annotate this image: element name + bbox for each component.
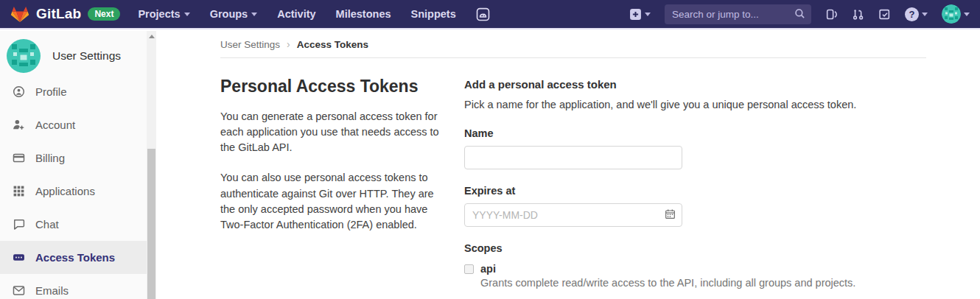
issues-icon [825, 8, 838, 21]
sidebar-item-chat[interactable]: Chat [0, 208, 156, 241]
chat-bubble-icon [13, 218, 25, 231]
plus-square-icon [629, 8, 642, 21]
dashboard-gauge-icon [476, 7, 490, 21]
sidebar-nav: Profile Account Billing [0, 75, 156, 299]
apps-grid-icon [13, 185, 25, 197]
sidebar-item-emails[interactable]: Emails [0, 274, 156, 299]
profile-icon [13, 85, 25, 98]
description-paragraph: You can also use personal access tokens … [220, 170, 447, 233]
expires-at-label: Expires at [464, 185, 926, 197]
token-name-input[interactable] [464, 146, 682, 169]
scope-api-description: Grants complete read/write access to the… [480, 277, 926, 289]
chevron-down-icon [922, 13, 928, 16]
scope-api-name: api [480, 263, 496, 275]
form-subheading: Pick a name for the application, and we'… [464, 99, 926, 110]
form-heading: Add a personal access token [464, 78, 926, 91]
issues-button[interactable] [825, 8, 838, 21]
scrollbar-thumb[interactable] [147, 149, 155, 299]
logo-text: GitLab [36, 6, 81, 22]
tanuki-logo-icon [10, 5, 29, 24]
search-input[interactable] [665, 4, 811, 24]
breadcrumb-access-tokens: Access Tokens [297, 39, 368, 50]
help-menu-button[interactable]: ? [905, 7, 928, 21]
breadcrumb-separator: › [287, 38, 290, 50]
settings-sidebar: User Settings Profile Acc [0, 31, 156, 299]
help-icon: ? [905, 7, 919, 21]
nav-item-milestones[interactable]: Milestones [336, 8, 391, 20]
nav-item-projects[interactable]: Projects [138, 8, 189, 20]
chevron-down-icon [184, 13, 190, 16]
calendar-icon[interactable] [665, 208, 676, 219]
global-search [665, 4, 811, 24]
todo-check-icon [878, 8, 891, 21]
nav-item-snippets[interactable]: Snippets [411, 8, 456, 20]
topbar-right-controls: ? [629, 4, 970, 24]
sidebar-header: User Settings [0, 31, 156, 75]
sidebar-item-account[interactable]: Account [0, 108, 156, 141]
sidebar-scrollbar[interactable] [147, 31, 156, 299]
user-avatar [942, 4, 961, 24]
breadcrumb-user-settings[interactable]: User Settings [220, 39, 280, 50]
sidebar-item-applications[interactable]: Applications [0, 175, 156, 208]
todos-button[interactable] [878, 8, 891, 21]
scope-api-row: api [464, 263, 926, 275]
merge-request-icon [852, 8, 864, 21]
scroll-up-arrow-icon[interactable] [149, 35, 155, 38]
page-title: Personal Access Tokens [220, 77, 447, 96]
credit-card-icon [13, 152, 25, 164]
sidebar-item-billing[interactable]: Billing [0, 141, 156, 175]
nav-item-activity[interactable]: Activity [277, 8, 315, 20]
search-icon [794, 8, 805, 19]
envelope-icon [13, 284, 25, 297]
sidebar-item-access-tokens[interactable]: Access Tokens [0, 241, 156, 274]
breadcrumb: User Settings › Access Tokens [220, 31, 926, 58]
description-paragraph: You can generate a personal access token… [220, 109, 447, 155]
user-menu-button[interactable] [942, 4, 970, 24]
scope-api-checkbox[interactable] [464, 264, 474, 274]
expires-at-input[interactable] [464, 203, 682, 227]
user-settings-avatar [7, 39, 41, 73]
chevron-down-icon [964, 13, 970, 16]
next-badge: Next [88, 7, 120, 21]
chevron-down-icon [251, 13, 257, 16]
token-form-column: Add a personal access token Pick a name … [464, 70, 926, 289]
sidebar-title: User Settings [52, 49, 121, 63]
name-label: Name [464, 127, 926, 139]
page-description-column: Personal Access Tokens You can generate … [220, 70, 447, 289]
gitlab-logo[interactable]: GitLab Next [10, 5, 120, 24]
sidebar-item-profile[interactable]: Profile [0, 75, 156, 108]
admin-area-button[interactable] [476, 7, 490, 21]
token-icon [13, 251, 25, 264]
nav-item-groups[interactable]: Groups [210, 8, 258, 20]
new-menu-button[interactable] [629, 8, 651, 21]
account-icon [13, 119, 25, 131]
main-content: User Settings › Access Tokens Personal A… [156, 31, 980, 299]
top-nav-menu: Projects Groups Activity Milestones Snip… [138, 7, 489, 21]
chevron-down-icon [645, 13, 651, 16]
top-navbar: GitLab Next Projects Groups Activity Mil… [0, 0, 980, 29]
scopes-label: Scopes [464, 242, 926, 254]
merge-requests-button[interactable] [852, 8, 864, 21]
